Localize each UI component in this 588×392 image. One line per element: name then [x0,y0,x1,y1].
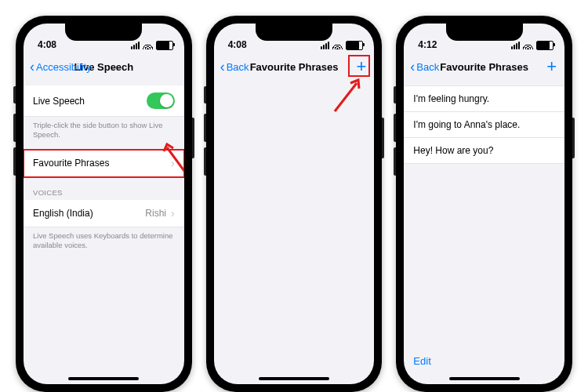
cellular-icon [131,42,140,49]
screen-fav-phrases-empty: 4:08 ‹ Back Favourite Phrases + [214,24,375,384]
voices-note: Live Speech uses Keyboards to determine … [24,227,184,260]
back-label: Back [227,61,249,73]
screen-fav-phrases-list: 4:12 ‹ Back Favourite Phrases + I'm feel… [404,24,564,384]
phrase-text: I'm going to Anna's place. [413,119,520,130]
notch [65,24,142,41]
back-label: Back [416,61,439,73]
back-button[interactable]: ‹ Back [410,60,439,74]
live-speech-toggle-row[interactable]: Live Speech [24,85,184,117]
wifi-icon [143,42,153,49]
status-time: 4:12 [418,39,437,50]
voice-row[interactable]: English (India) Rishi › [24,200,184,227]
home-indicator[interactable] [259,377,329,380]
voice-name: Rishi [145,208,166,219]
voice-language: English (India) [33,208,93,219]
chevron-right-icon: › [171,157,175,169]
nav-bar: ‹ Back Favourite Phrases + [214,53,375,81]
home-indicator[interactable] [449,377,520,380]
page-title: Favourite Phrases [440,61,528,73]
back-label: Accessibility [36,61,92,73]
add-button[interactable]: + [546,58,557,75]
phrase-text: Hey! How are you? [413,145,493,156]
chevron-right-icon: › [171,207,175,220]
chevron-left-icon: ‹ [220,60,225,74]
edit-label: Edit [413,355,430,367]
row-label: Favourite Phrases [33,158,109,169]
battery-icon [536,41,554,50]
cellular-icon [511,42,520,49]
favourite-phrases-row[interactable]: Favourite Phrases › [24,150,184,177]
phone-frame-3: 4:12 ‹ Back Favourite Phrases + I'm feel… [396,16,572,392]
cellular-icon [321,42,329,49]
phone-frame-2: 4:08 ‹ Back Favourite Phrases + [206,16,383,392]
home-indicator[interactable] [68,377,139,380]
back-button[interactable]: ‹ Accessibility [30,60,92,74]
phrase-row[interactable]: Hey! How are you? [404,138,564,164]
phone-frame-1: 4:08 ‹ Accessibility Live Speech Live Sp… [16,16,192,392]
edit-button[interactable]: Edit [413,355,430,367]
screen-live-speech: 4:08 ‹ Accessibility Live Speech Live Sp… [24,24,184,384]
phrase-text: I'm feeling hungry. [413,93,489,104]
wifi-icon [332,42,343,49]
battery-icon [156,41,173,50]
back-button[interactable]: ‹ Back [220,60,249,74]
wifi-icon [523,42,533,49]
phrase-row[interactable]: I'm feeling hungry. [404,85,564,112]
notch [256,24,332,41]
phrase-row[interactable]: I'm going to Anna's place. [404,112,564,138]
chevron-left-icon: ‹ [30,60,34,74]
plus-icon: + [546,56,557,76]
status-time: 4:08 [38,39,56,50]
voices-section-header: Voices [24,177,184,200]
status-time: 4:08 [228,39,247,50]
row-label: Live Speech [33,96,85,107]
page-title: Favourite Phrases [250,61,339,73]
nav-bar: ‹ Accessibility Live Speech [24,53,184,81]
battery-icon [346,41,363,50]
toggle-on[interactable] [147,93,175,109]
notch [446,24,523,41]
live-speech-note: Triple-click the side button to show Liv… [24,117,184,150]
nav-bar: ‹ Back Favourite Phrases + [404,53,564,81]
annotation-highlight [348,55,370,77]
chevron-left-icon: ‹ [410,60,415,74]
